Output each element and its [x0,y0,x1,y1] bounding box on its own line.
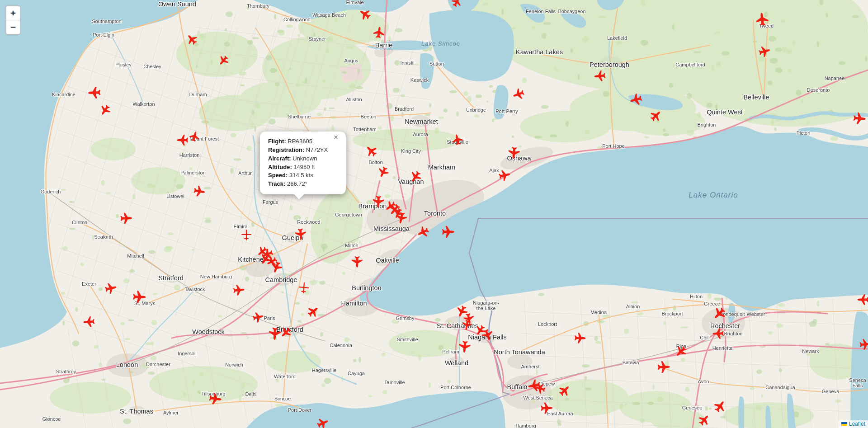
popup-content: Flight: RPA3605Registration: N772YXAircr… [268,137,332,188]
aircraft-marker[interactable] [461,319,472,330]
aircraft-marker[interactable] [629,93,643,107]
aircraft-marker[interactable] [451,133,463,146]
popup-field-value: 266.72° [285,180,307,187]
popup-field-label: Speed: [268,172,288,179]
aircraft-marker[interactable] [575,333,586,343]
aircraft-marker[interactable] [858,294,868,305]
aircraft-marker[interactable] [88,87,101,99]
zoom-control: + − [5,5,21,35]
popup-field-label: Altitude: [268,164,292,170]
popup-field-label: Aircraft: [268,155,291,162]
aircraft-layer [0,0,868,428]
popup-field-value: RPA3605 [286,138,312,145]
aircraft-marker[interactable] [352,256,363,268]
popup-field: Altitude: 14950 ft [268,163,332,172]
zoom-out-button[interactable]: − [6,20,20,34]
aircraft-marker[interactable] [594,70,606,82]
popup-field-value: 14950 ft [292,164,315,170]
aircraft-marker[interactable] [673,344,689,359]
aircraft-marker[interactable] [408,169,423,184]
aircraft-marker[interactable] [184,32,199,47]
aircraft-marker[interactable] [697,412,712,428]
aircraft-marker[interactable] [316,416,330,428]
aircraft-marker[interactable] [853,112,866,125]
aircraft-marker[interactable] [133,291,146,303]
zoom-in-button[interactable]: + [6,6,20,20]
popup-field: Registration: N772YX [268,146,332,155]
popup-field-label: Flight: [268,138,286,145]
popup-field-label: Registration: [268,146,304,153]
popup-field-label: Track: [268,180,285,187]
popup-field-value: 314.5 kts [288,172,313,179]
aircraft-marker[interactable] [269,327,281,340]
aircraft-marker[interactable] [455,304,469,319]
aircraft-marker[interactable] [711,305,727,322]
aircraft-marker[interactable] [758,45,771,58]
aircraft-marker[interactable] [557,383,572,398]
aircraft-marker[interactable] [104,282,118,295]
aircraft-marker[interactable] [295,228,307,240]
aircraft-marker[interactable] [508,146,520,159]
flight-info-popup: × Flight: RPA3605Registration: N772YXAir… [260,132,346,194]
attribution-bar: Leaflet [839,420,868,428]
aircraft-marker[interactable] [755,12,769,26]
ukraine-flag-icon [841,422,847,426]
popup-field: Track: 266.72° [268,180,332,188]
popup-field: Speed: 314.5 kts [268,171,332,180]
aircraft-marker[interactable] [376,165,390,179]
leaflet-link[interactable]: Leaflet [849,421,865,427]
aircraft-marker[interactable] [357,7,373,22]
aircraft-marker[interactable] [306,304,321,319]
aircraft-marker[interactable] [442,226,454,238]
aircraft-marker[interactable] [416,225,430,240]
aircraft-marker[interactable] [712,328,724,339]
aircraft-marker[interactable] [242,230,251,240]
aircraft-marker[interactable] [450,0,463,9]
aircraft-marker[interactable] [712,398,728,414]
popup-field: Flight: RPA3605 [268,137,332,146]
map-canvas[interactable]: Owen SoundBarrieNewmarketKawartha LakesP… [0,0,868,428]
aircraft-marker[interactable] [208,392,222,405]
aircraft-marker[interactable] [511,87,525,101]
aircraft-marker[interactable] [481,328,495,342]
aircraft-marker[interactable] [98,103,112,118]
aircraft-marker[interactable] [189,131,200,143]
popup-close-button[interactable]: × [334,134,338,141]
aircraft-marker[interactable] [83,316,95,327]
aircraft-marker[interactable] [299,282,309,293]
aircraft-marker[interactable] [177,135,189,146]
popup-field-value: N772YX [304,146,328,153]
aircraft-marker[interactable] [193,185,206,197]
aircraft-marker[interactable] [217,54,230,68]
aircraft-marker[interactable] [648,108,664,123]
aircraft-marker[interactable] [859,339,868,350]
aircraft-marker[interactable] [458,340,471,353]
aircraft-marker[interactable] [252,311,264,323]
aircraft-marker[interactable] [373,196,384,208]
aircraft-marker[interactable] [233,284,245,296]
popup-field-value: Unknown [291,155,317,162]
aircraft-marker[interactable] [541,402,553,414]
aircraft-marker[interactable] [498,169,511,182]
aircraft-marker[interactable] [657,361,670,373]
popup-field: Aircraft: Unknown [268,155,332,163]
aircraft-marker[interactable] [120,212,132,224]
aircraft-marker[interactable] [363,143,379,159]
aircraft-marker[interactable] [373,26,385,39]
